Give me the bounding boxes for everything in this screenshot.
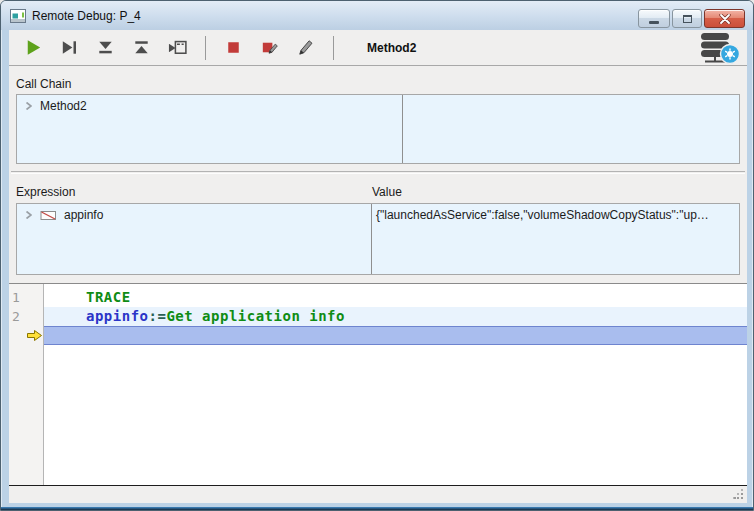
step-over-icon bbox=[59, 37, 80, 58]
window-title: Remote Debug: P_4 bbox=[32, 9, 141, 23]
step-into-process-icon bbox=[167, 37, 188, 58]
play-icon bbox=[23, 37, 44, 58]
close-icon bbox=[719, 14, 731, 24]
close-button[interactable] bbox=[704, 9, 745, 28]
chevron-right-icon[interactable] bbox=[25, 210, 33, 220]
call-chain-list[interactable]: Method2 bbox=[17, 95, 403, 163]
step-out-icon bbox=[131, 37, 152, 58]
current-method-label: Method2 bbox=[367, 41, 416, 55]
no-trace-button[interactable] bbox=[23, 37, 44, 58]
step-into-process-button[interactable] bbox=[167, 37, 188, 58]
debugged-database-icon bbox=[695, 32, 741, 65]
line-number[interactable]: 2 bbox=[9, 307, 44, 326]
execution-pointer-icon bbox=[26, 329, 43, 342]
call-chain-item[interactable]: Method2 bbox=[17, 95, 402, 117]
client-area: Method2 Call Chain Method2 bbox=[9, 30, 747, 503]
execution-gutter-cell[interactable] bbox=[9, 326, 44, 345]
window-bottom-edge bbox=[1, 507, 753, 510]
edit-pencil-icon bbox=[295, 37, 316, 58]
resize-grip[interactable] bbox=[733, 490, 742, 499]
object-type-icon bbox=[40, 210, 57, 221]
expression-name: appinfo bbox=[64, 208, 103, 222]
execution-line[interactable] bbox=[9, 326, 747, 345]
app-window-icon[interactable] bbox=[10, 8, 26, 24]
edit-button[interactable] bbox=[295, 37, 316, 58]
step-out-button[interactable] bbox=[131, 37, 152, 58]
expression-row[interactable]: appinfo bbox=[17, 204, 371, 226]
remote-debug-window: Remote Debug: P_4 bbox=[0, 0, 754, 511]
titlebar[interactable]: Remote Debug: P_4 bbox=[1, 1, 753, 30]
step-over-button[interactable] bbox=[59, 37, 80, 58]
code-editor[interactable]: 1 TRACE 2 appinfo:=Get application info bbox=[9, 283, 747, 485]
toolbar-separator bbox=[333, 36, 334, 60]
abort-and-edit-button[interactable] bbox=[259, 37, 280, 58]
code-line[interactable]: 2 appinfo:=Get application info bbox=[9, 307, 747, 326]
step-into-button[interactable] bbox=[95, 37, 116, 58]
call-chain-panels: Method2 bbox=[16, 94, 740, 164]
chevron-right-icon[interactable] bbox=[25, 101, 33, 111]
code-token: appinfo bbox=[86, 308, 149, 324]
watch-panels: appinfo {"launchedAsService":false,"volu… bbox=[16, 203, 740, 275]
code-token: Get application info bbox=[166, 308, 345, 324]
maximize-button[interactable] bbox=[672, 9, 702, 28]
horizontal-splitter[interactable] bbox=[11, 171, 745, 174]
value-pane[interactable]: {"launchedAsService":false,"volumeShadow… bbox=[372, 204, 739, 274]
abort-icon bbox=[223, 37, 244, 58]
abort-button[interactable] bbox=[223, 37, 244, 58]
expression-list[interactable]: appinfo bbox=[17, 204, 372, 274]
call-chain-detail-pane[interactable] bbox=[403, 95, 739, 163]
maximize-icon bbox=[683, 15, 692, 23]
step-into-icon bbox=[95, 37, 116, 58]
code-token: TRACE bbox=[86, 289, 131, 305]
minimize-icon bbox=[649, 21, 659, 24]
call-chain-item-label: Method2 bbox=[40, 99, 87, 113]
code-token: := bbox=[149, 308, 167, 324]
toolbar-separator bbox=[205, 36, 206, 60]
status-bar bbox=[9, 485, 747, 503]
minimize-button[interactable] bbox=[638, 9, 670, 28]
call-chain-label: Call Chain bbox=[16, 77, 71, 91]
expression-value[interactable]: {"launchedAsService":false,"volumeShadow… bbox=[372, 204, 739, 222]
expression-header: Expression bbox=[16, 185, 75, 199]
line-number[interactable]: 1 bbox=[9, 288, 44, 307]
abort-edit-icon bbox=[259, 37, 280, 58]
value-header: Value bbox=[372, 185, 402, 199]
code-line[interactable]: 1 TRACE bbox=[9, 288, 747, 307]
